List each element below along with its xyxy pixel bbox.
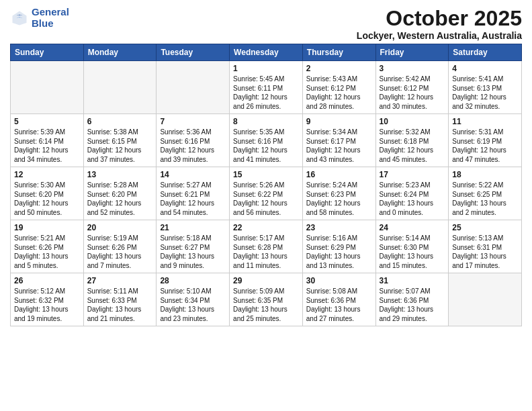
day-number: 22 [233,223,299,232]
day-info: Sunrise: 5:36 AM Sunset: 6:16 PM Dayligh… [160,128,226,164]
calendar-cell [83,61,157,114]
col-sunday: Sunday [11,44,84,61]
calendar-cell: 20Sunrise: 5:19 AM Sunset: 6:26 PM Dayli… [83,220,157,273]
calendar-cell: 17Sunrise: 5:23 AM Sunset: 6:24 PM Dayli… [375,167,449,220]
calendar-cell [449,273,522,326]
day-number: 28 [160,276,226,285]
calendar-week-2: 12Sunrise: 5:30 AM Sunset: 6:20 PM Dayli… [11,167,522,220]
calendar-cell [157,61,230,114]
calendar-week-3: 19Sunrise: 5:21 AM Sunset: 6:26 PM Dayli… [11,220,522,273]
calendar-cell: 26Sunrise: 5:12 AM Sunset: 6:32 PM Dayli… [11,273,84,326]
day-info: Sunrise: 5:30 AM Sunset: 6:20 PM Dayligh… [14,181,80,217]
day-number: 8 [233,117,299,126]
day-info: Sunrise: 5:45 AM Sunset: 6:11 PM Dayligh… [233,75,299,111]
day-info: Sunrise: 5:16 AM Sunset: 6:29 PM Dayligh… [306,234,372,270]
day-info: Sunrise: 5:39 AM Sunset: 6:14 PM Dayligh… [14,128,80,164]
day-number: 26 [14,276,80,285]
day-number: 9 [306,117,372,126]
day-number: 19 [14,223,80,232]
day-info: Sunrise: 5:19 AM Sunset: 6:26 PM Dayligh… [87,234,153,270]
day-number: 6 [87,117,153,126]
day-info: Sunrise: 5:35 AM Sunset: 6:16 PM Dayligh… [233,128,299,164]
day-number: 2 [306,64,372,73]
day-number: 4 [452,64,518,73]
day-number: 21 [160,223,226,232]
day-number: 5 [14,117,80,126]
day-number: 10 [380,117,445,126]
day-number: 25 [452,223,518,232]
calendar-week-4: 26Sunrise: 5:12 AM Sunset: 6:32 PM Dayli… [11,273,522,326]
day-number: 24 [380,223,445,232]
svg-marker-0 [13,11,27,25]
calendar-week-1: 5Sunrise: 5:39 AM Sunset: 6:14 PM Daylig… [11,114,522,167]
calendar-cell: 12Sunrise: 5:30 AM Sunset: 6:20 PM Dayli… [11,167,84,220]
col-thursday: Thursday [302,44,375,61]
calendar-cell: 3Sunrise: 5:42 AM Sunset: 6:12 PM Daylig… [375,61,449,114]
title-block: October 2025 Lockyer, Western Australia,… [357,7,522,41]
calendar-table: Sunday Monday Tuesday Wednesday Thursday… [10,44,522,326]
day-number: 31 [380,276,445,285]
day-number: 15 [233,170,299,179]
day-info: Sunrise: 5:21 AM Sunset: 6:26 PM Dayligh… [14,234,80,270]
day-info: Sunrise: 5:08 AM Sunset: 6:36 PM Dayligh… [306,287,372,323]
day-number: 3 [380,64,445,73]
calendar-week-0: 1Sunrise: 5:45 AM Sunset: 6:11 PM Daylig… [11,61,522,114]
col-wednesday: Wednesday [230,44,303,61]
calendar-cell: 29Sunrise: 5:09 AM Sunset: 6:35 PM Dayli… [230,273,303,326]
col-tuesday: Tuesday [157,44,230,61]
day-number: 17 [380,170,445,179]
calendar-cell: 9Sunrise: 5:34 AM Sunset: 6:17 PM Daylig… [302,114,375,167]
calendar-cell: 24Sunrise: 5:14 AM Sunset: 6:30 PM Dayli… [375,220,449,273]
calendar-cell: 7Sunrise: 5:36 AM Sunset: 6:16 PM Daylig… [157,114,230,167]
day-info: Sunrise: 5:38 AM Sunset: 6:15 PM Dayligh… [87,128,153,164]
day-number: 1 [233,64,299,73]
calendar-cell: 8Sunrise: 5:35 AM Sunset: 6:16 PM Daylig… [230,114,303,167]
day-info: Sunrise: 5:14 AM Sunset: 6:30 PM Dayligh… [380,234,445,270]
day-info: Sunrise: 5:31 AM Sunset: 6:19 PM Dayligh… [452,128,518,164]
calendar-cell: 28Sunrise: 5:10 AM Sunset: 6:34 PM Dayli… [157,273,230,326]
calendar-cell: 11Sunrise: 5:31 AM Sunset: 6:19 PM Dayli… [449,114,522,167]
day-number: 13 [87,170,153,179]
logo: General Blue [10,7,69,29]
calendar-cell: 23Sunrise: 5:16 AM Sunset: 6:29 PM Dayli… [302,220,375,273]
day-number: 30 [306,276,372,285]
logo-text: General Blue [32,7,69,29]
day-info: Sunrise: 5:10 AM Sunset: 6:34 PM Dayligh… [160,287,226,323]
day-number: 12 [14,170,80,179]
day-info: Sunrise: 5:27 AM Sunset: 6:21 PM Dayligh… [160,181,226,217]
day-info: Sunrise: 5:12 AM Sunset: 6:32 PM Dayligh… [14,287,80,323]
day-number: 7 [160,117,226,126]
day-number: 27 [87,276,153,285]
month-title: October 2025 [357,7,522,30]
day-number: 23 [306,223,372,232]
calendar-cell: 10Sunrise: 5:32 AM Sunset: 6:18 PM Dayli… [375,114,449,167]
header-row: Sunday Monday Tuesday Wednesday Thursday… [11,44,522,61]
day-info: Sunrise: 5:32 AM Sunset: 6:18 PM Dayligh… [380,128,445,164]
calendar-cell: 16Sunrise: 5:24 AM Sunset: 6:23 PM Dayli… [302,167,375,220]
calendar-cell: 22Sunrise: 5:17 AM Sunset: 6:28 PM Dayli… [230,220,303,273]
calendar-cell: 18Sunrise: 5:22 AM Sunset: 6:25 PM Dayli… [449,167,522,220]
col-saturday: Saturday [449,44,522,61]
day-info: Sunrise: 5:24 AM Sunset: 6:23 PM Dayligh… [306,181,372,217]
calendar-cell: 19Sunrise: 5:21 AM Sunset: 6:26 PM Dayli… [11,220,84,273]
day-number: 29 [233,276,299,285]
calendar-cell: 15Sunrise: 5:26 AM Sunset: 6:22 PM Dayli… [230,167,303,220]
calendar-cell: 21Sunrise: 5:18 AM Sunset: 6:27 PM Dayli… [157,220,230,273]
header: General Blue October 2025 Lockyer, Weste… [10,7,522,41]
col-monday: Monday [83,44,157,61]
day-number: 16 [306,170,372,179]
day-number: 14 [160,170,226,179]
calendar-cell [11,61,84,114]
calendar-cell: 5Sunrise: 5:39 AM Sunset: 6:14 PM Daylig… [11,114,84,167]
calendar-cell: 2Sunrise: 5:43 AM Sunset: 6:12 PM Daylig… [302,61,375,114]
calendar-cell: 6Sunrise: 5:38 AM Sunset: 6:15 PM Daylig… [83,114,157,167]
location: Lockyer, Western Australia, Australia [357,30,522,41]
day-number: 20 [87,223,153,232]
day-info: Sunrise: 5:13 AM Sunset: 6:31 PM Dayligh… [452,234,518,270]
day-info: Sunrise: 5:42 AM Sunset: 6:12 PM Dayligh… [380,75,445,111]
day-info: Sunrise: 5:26 AM Sunset: 6:22 PM Dayligh… [233,181,299,217]
day-number: 11 [452,117,518,126]
calendar-cell: 31Sunrise: 5:07 AM Sunset: 6:36 PM Dayli… [375,273,449,326]
logo-icon [10,9,29,28]
day-info: Sunrise: 5:17 AM Sunset: 6:28 PM Dayligh… [233,234,299,270]
